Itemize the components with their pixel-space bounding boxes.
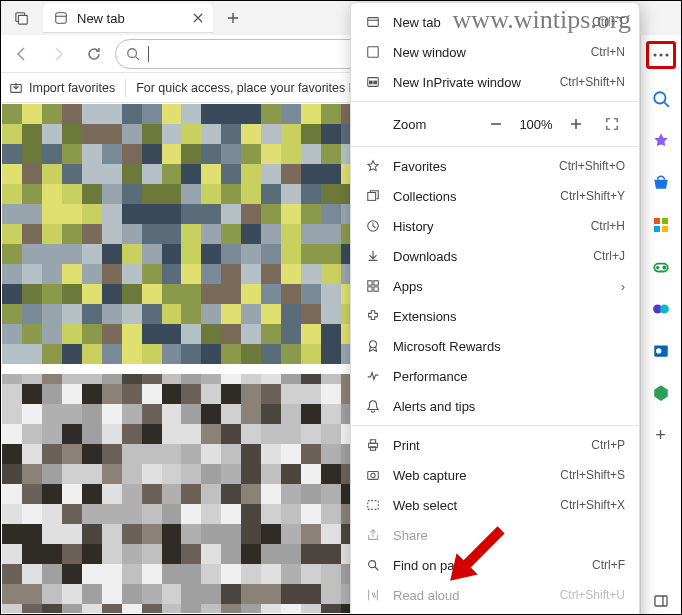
sidebar-onenote-icon[interactable] bbox=[649, 381, 673, 405]
menu-apps-label: Apps bbox=[393, 279, 609, 294]
alerts-icon bbox=[365, 398, 381, 414]
web-select-icon bbox=[365, 497, 381, 513]
svg-rect-20 bbox=[368, 18, 379, 27]
sidebar-collapse-icon[interactable] bbox=[649, 589, 673, 613]
address-caret bbox=[148, 46, 149, 62]
menu-extensions-label: Extensions bbox=[393, 309, 625, 324]
sidebar-search-icon[interactable] bbox=[649, 87, 673, 111]
sidebar-tools-icon[interactable] bbox=[649, 213, 673, 237]
menu-web-select[interactable]: Web select Ctrl+Shift+X bbox=[351, 490, 639, 520]
svg-rect-28 bbox=[374, 281, 378, 285]
menu-rewards[interactable]: Microsoft Rewards bbox=[351, 331, 639, 361]
menu-new-inprivate-label: New InPrivate window bbox=[393, 75, 548, 90]
menu-downloads-label: Downloads bbox=[393, 249, 581, 264]
refresh-button[interactable] bbox=[79, 39, 109, 69]
import-favorites-label: Import favorites bbox=[29, 81, 115, 95]
svg-point-3 bbox=[128, 48, 137, 57]
new-tab-button[interactable] bbox=[219, 4, 247, 32]
svg-rect-11 bbox=[654, 226, 660, 232]
menu-collections-label: Collections bbox=[393, 189, 548, 204]
svg-point-5 bbox=[653, 53, 656, 56]
menu-print[interactable]: Print Ctrl+P bbox=[351, 430, 639, 460]
svg-rect-35 bbox=[368, 472, 379, 480]
menu-favorites-shortcut: Ctrl+Shift+O bbox=[559, 159, 625, 173]
sidebar-add-button[interactable]: + bbox=[649, 423, 673, 447]
svg-point-6 bbox=[659, 53, 662, 56]
menu-separator bbox=[351, 101, 639, 102]
menu-print-shortcut: Ctrl+P bbox=[591, 438, 625, 452]
menu-history[interactable]: History Ctrl+H bbox=[351, 211, 639, 241]
menu-new-window[interactable]: New window Ctrl+N bbox=[351, 37, 639, 67]
sidebar-games-icon[interactable] bbox=[649, 255, 673, 279]
sidebar: + bbox=[640, 35, 680, 613]
svg-point-14 bbox=[663, 266, 665, 268]
svg-rect-9 bbox=[654, 218, 660, 224]
menu-new-inprivate[interactable]: New InPrivate window Ctrl+Shift+N bbox=[351, 67, 639, 97]
extensions-icon bbox=[365, 308, 381, 324]
zoom-out-button[interactable] bbox=[483, 111, 509, 137]
back-button[interactable] bbox=[7, 39, 37, 69]
sidebar-copilot-icon[interactable] bbox=[649, 129, 673, 153]
rewards-icon bbox=[365, 338, 381, 354]
menu-collections[interactable]: Collections Ctrl+Shift+Y bbox=[351, 181, 639, 211]
fullscreen-button[interactable] bbox=[599, 111, 625, 137]
forward-button bbox=[43, 39, 73, 69]
find-icon bbox=[365, 557, 381, 573]
import-favorites-button[interactable]: Import favorites bbox=[9, 81, 115, 95]
sidebar-outlook-icon[interactable] bbox=[649, 339, 673, 363]
menu-find-label: Find on page bbox=[393, 558, 580, 573]
tab-actions-icon[interactable] bbox=[7, 3, 37, 33]
favorites-icon bbox=[365, 158, 381, 174]
sidebar-shopping-icon[interactable] bbox=[649, 171, 673, 195]
menu-share-label: Share bbox=[393, 528, 625, 543]
chevron-right-icon: › bbox=[621, 279, 625, 294]
svg-point-16 bbox=[659, 305, 668, 314]
menu-collections-shortcut: Ctrl+Shift+Y bbox=[560, 189, 625, 203]
menu-web-capture-label: Web capture bbox=[393, 468, 548, 483]
svg-rect-21 bbox=[368, 47, 379, 58]
read-aloud-icon bbox=[365, 587, 381, 603]
svg-rect-30 bbox=[374, 287, 378, 291]
menu-rewards-label: Microsoft Rewards bbox=[393, 339, 625, 354]
menu-favorites-label: Favorites bbox=[393, 159, 547, 174]
print-icon bbox=[365, 437, 381, 453]
menu-web-select-label: Web select bbox=[393, 498, 548, 513]
menu-separator bbox=[351, 425, 639, 426]
svg-rect-12 bbox=[662, 226, 668, 232]
svg-rect-23 bbox=[370, 81, 373, 84]
menu-extensions[interactable]: Extensions bbox=[351, 301, 639, 331]
import-icon bbox=[9, 81, 23, 95]
settings-and-more-button[interactable] bbox=[646, 41, 676, 69]
menu-favorites[interactable]: Favorites Ctrl+Shift+O bbox=[351, 151, 639, 181]
tab-new-tab[interactable]: New tab bbox=[43, 3, 213, 33]
svg-rect-33 bbox=[370, 440, 375, 444]
sidebar-office-icon[interactable] bbox=[649, 297, 673, 321]
menu-web-capture[interactable]: Web capture Ctrl+Shift+S bbox=[351, 460, 639, 490]
menu-reload-ie: Reload in Internet Explorer mode bbox=[351, 610, 639, 615]
menu-find[interactable]: Find on page Ctrl+F bbox=[351, 550, 639, 580]
web-capture-icon bbox=[365, 467, 381, 483]
svg-rect-19 bbox=[655, 596, 667, 606]
menu-downloads-shortcut: Ctrl+J bbox=[593, 249, 625, 263]
svg-rect-37 bbox=[368, 501, 379, 510]
apps-icon bbox=[365, 278, 381, 294]
menu-performance-label: Performance bbox=[393, 369, 625, 384]
history-icon bbox=[365, 218, 381, 234]
zoom-in-button[interactable] bbox=[563, 111, 589, 137]
svg-point-8 bbox=[654, 92, 665, 103]
menu-web-select-shortcut: Ctrl+Shift+X bbox=[560, 498, 625, 512]
menu-downloads[interactable]: Downloads Ctrl+J bbox=[351, 241, 639, 271]
menu-apps[interactable]: Apps › bbox=[351, 271, 639, 301]
tab-close-icon[interactable] bbox=[193, 13, 203, 23]
menu-new-tab[interactable]: New tab Ctrl+T bbox=[351, 7, 639, 37]
menu-performance[interactable]: Performance bbox=[351, 361, 639, 391]
menu-new-window-label: New window bbox=[393, 45, 579, 60]
menu-find-shortcut: Ctrl+F bbox=[592, 558, 625, 572]
inprivate-icon bbox=[365, 74, 381, 90]
menu-alerts[interactable]: Alerts and tips bbox=[351, 391, 639, 421]
svg-point-18 bbox=[656, 348, 661, 353]
menu-history-label: History bbox=[393, 219, 579, 234]
svg-point-36 bbox=[371, 473, 375, 477]
svg-rect-34 bbox=[370, 447, 375, 451]
menu-separator bbox=[351, 146, 639, 147]
